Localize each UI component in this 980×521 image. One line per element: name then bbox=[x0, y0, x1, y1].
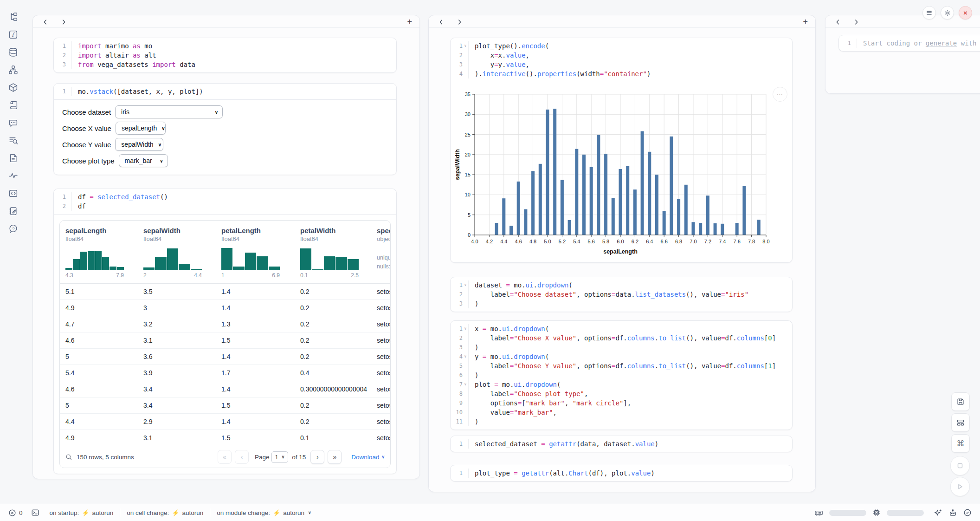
cell-vstack[interactable]: 1mo.vstack([dataset, x, y, plot]) Choose… bbox=[53, 83, 397, 175]
chat-icon[interactable] bbox=[7, 117, 19, 128]
save-button[interactable] bbox=[951, 392, 970, 411]
code-line[interactable]: 2 x=x.value, bbox=[451, 51, 792, 60]
cell-dataframe[interactable]: 1df = selected_dataset()2df sepalLengthf… bbox=[53, 189, 397, 474]
column-header[interactable]: sepalLengthfloat64 bbox=[60, 221, 138, 242]
code-line[interactable]: 2 label="Choose X value", options=df.col… bbox=[451, 333, 792, 343]
code-line[interactable]: 8 label="Choose plot type", bbox=[451, 389, 792, 398]
next-page-button[interactable]: › bbox=[310, 450, 324, 464]
cell-xy-plot-dropdowns[interactable]: 1∨x = mo.ui.dropdown(2 label="Choose X v… bbox=[450, 320, 793, 430]
chevron-left-icon[interactable] bbox=[438, 19, 445, 25]
code-line[interactable]: 6) bbox=[451, 371, 792, 380]
code-line[interactable]: 1∨plot_type().encode( bbox=[451, 41, 792, 51]
scratchpad-icon[interactable] bbox=[7, 99, 19, 111]
cell-selected-dataset[interactable]: 1selected_dataset = getattr(data, datase… bbox=[450, 436, 793, 452]
table-row[interactable]: 4.73.21.30.2setosa bbox=[60, 316, 390, 332]
column-header[interactable]: petalLengthfloat64 bbox=[216, 221, 295, 242]
logs-icon[interactable] bbox=[7, 135, 19, 146]
code-line[interactable]: 4∨y = mo.ui.dropdown( bbox=[451, 352, 792, 361]
cell-dataset-dropdown[interactable]: 1∨dataset = mo.ui.dropdown(2 label="Choo… bbox=[450, 277, 793, 312]
column-header[interactable]: speciesobject bbox=[371, 221, 390, 242]
page-select[interactable]: 1∨ bbox=[271, 451, 289, 463]
code-line[interactable]: 1plot_type = getattr(alt.Chart(df), plot… bbox=[451, 469, 792, 478]
notebook-icon[interactable] bbox=[7, 205, 19, 216]
run-button[interactable] bbox=[950, 477, 970, 496]
cell-plot[interactable]: 1∨plot_type().encode(2 x=x.value,3 y=y.v… bbox=[450, 38, 793, 263]
errors-indicator[interactable]: 0 bbox=[8, 509, 23, 517]
code-line[interactable]: 2import altair as alt bbox=[54, 51, 396, 60]
helper-functions-icon[interactable]: f bbox=[7, 29, 19, 40]
code-line[interactable]: 1import marimo as mo bbox=[54, 41, 396, 51]
table-row[interactable]: 53.61.40.2setosa bbox=[60, 349, 390, 365]
table-row[interactable]: 5.43.91.70.4setosa bbox=[60, 365, 390, 381]
table-row[interactable]: 4.931.40.2setosa bbox=[60, 300, 390, 316]
code-line[interactable]: 2df bbox=[54, 202, 396, 211]
first-page-button[interactable]: « bbox=[218, 450, 232, 464]
chevron-left-icon[interactable] bbox=[42, 19, 49, 25]
close-button[interactable]: × bbox=[959, 6, 972, 20]
cell-plot-type[interactable]: 1plot_type = getattr(alt.Chart(df), plot… bbox=[450, 465, 793, 482]
chart-menu-button[interactable]: ⋯ bbox=[773, 87, 787, 102]
chevron-right-icon[interactable] bbox=[853, 19, 860, 25]
tracing-icon[interactable] bbox=[7, 170, 19, 181]
menu-button[interactable] bbox=[922, 6, 936, 20]
search-icon[interactable] bbox=[65, 454, 72, 461]
table-row[interactable]: 4.42.91.40.2setosa bbox=[60, 414, 390, 430]
layout-button[interactable] bbox=[951, 413, 970, 432]
code-line[interactable]: 1selected_dataset = getattr(data, datase… bbox=[451, 439, 792, 449]
dropdown-select[interactable]: iris∨ bbox=[115, 105, 223, 118]
dropdown-select[interactable]: mark_bar∨ bbox=[119, 154, 168, 167]
packages-icon[interactable] bbox=[7, 82, 19, 93]
last-page-button[interactable]: » bbox=[328, 450, 342, 464]
chevron-right-icon[interactable] bbox=[457, 19, 463, 25]
file-explorer-icon[interactable] bbox=[7, 11, 19, 22]
code-line[interactable]: 4).interactive().properties(width="conta… bbox=[451, 69, 792, 78]
chevron-right-icon[interactable] bbox=[61, 19, 67, 25]
on-startup-setting[interactable]: on startup: ⚡ autorun bbox=[50, 509, 114, 516]
dependency-graph-icon[interactable] bbox=[7, 64, 19, 75]
datasources-icon[interactable] bbox=[7, 46, 19, 58]
column-header[interactable]: petalWidthfloat64 bbox=[295, 221, 371, 242]
code-line[interactable]: 1∨x = mo.ui.dropdown( bbox=[451, 324, 792, 333]
code-line[interactable]: 3 y=y.value, bbox=[451, 60, 792, 69]
table-row[interactable]: 4.63.11.50.2setosa bbox=[60, 332, 390, 349]
code-line[interactable]: 2 label="Choose dataset", options=data.l… bbox=[451, 290, 792, 299]
column-header[interactable]: sepalWidthfloat64 bbox=[138, 221, 216, 242]
table-row[interactable]: 5.13.51.40.2setosa bbox=[60, 284, 390, 300]
code-line[interactable]: 7∨plot = mo.ui.dropdown( bbox=[451, 380, 792, 389]
code-line[interactable]: 5 label="Choose Y value", options=df.col… bbox=[451, 361, 792, 371]
documentation-icon[interactable] bbox=[7, 152, 19, 163]
connection-status-button[interactable] bbox=[963, 508, 972, 517]
dropdown-select[interactable]: sepalLength∨ bbox=[116, 122, 166, 135]
table-row[interactable]: 53.41.50.2setosa bbox=[60, 397, 390, 414]
prev-page-button[interactable]: ‹ bbox=[235, 450, 249, 464]
chevron-left-icon[interactable] bbox=[835, 19, 841, 25]
ai-sparkles-button[interactable] bbox=[934, 508, 942, 517]
settings-button[interactable] bbox=[941, 6, 954, 20]
bar-chart[interactable]: 4.04.24.44.64.85.05.25.45.65.86.06.26.46… bbox=[453, 88, 791, 259]
generate-link[interactable]: generate bbox=[926, 39, 957, 47]
help-icon[interactable]: ? bbox=[7, 223, 19, 234]
code-placeholder[interactable]: Start coding or generate with AI bbox=[857, 39, 980, 48]
code-line[interactable]: 9 options=["mark_bar", "mark_circle"], bbox=[451, 398, 792, 408]
terminal-button[interactable] bbox=[31, 508, 39, 517]
add-cell-button[interactable]: + bbox=[407, 19, 412, 25]
on-cell-change-setting[interactable]: on cell change: ⚡ autorun bbox=[127, 509, 203, 516]
code-line[interactable]: 10 value="mark_bar", bbox=[451, 408, 792, 417]
code-line[interactable]: 1df = selected_dataset() bbox=[54, 192, 396, 202]
code-line[interactable]: 3) bbox=[451, 343, 792, 352]
code-line[interactable]: 1∨dataset = mo.ui.dropdown( bbox=[451, 280, 792, 290]
dropdown-select[interactable]: sepalWidth∨ bbox=[115, 138, 163, 151]
stop-button[interactable] bbox=[950, 456, 970, 475]
cell-imports[interactable]: 1import marimo as mo2import altair as al… bbox=[53, 38, 397, 73]
add-cell-button[interactable]: + bbox=[803, 19, 808, 25]
code-line[interactable]: 3from vega_datasets import data bbox=[54, 60, 396, 69]
command-palette-button[interactable]: ⌘ bbox=[951, 434, 970, 453]
table-row[interactable]: 4.63.41.40.30000000000000004setosa bbox=[60, 381, 390, 397]
on-module-change-setting[interactable]: on module change: ⚡ autorun ∨ bbox=[217, 509, 311, 516]
empty-code-cell[interactable]: 1 Start coding or generate with AI bbox=[838, 35, 980, 52]
code-line[interactable]: 1mo.vstack([dataset, x, y, plot]) bbox=[54, 87, 396, 96]
table-row[interactable]: 4.93.11.50.1setosa bbox=[60, 430, 390, 446]
download-button[interactable]: Download∨ bbox=[351, 454, 385, 461]
snippets-icon[interactable] bbox=[7, 188, 19, 199]
bot-button[interactable] bbox=[948, 508, 957, 517]
